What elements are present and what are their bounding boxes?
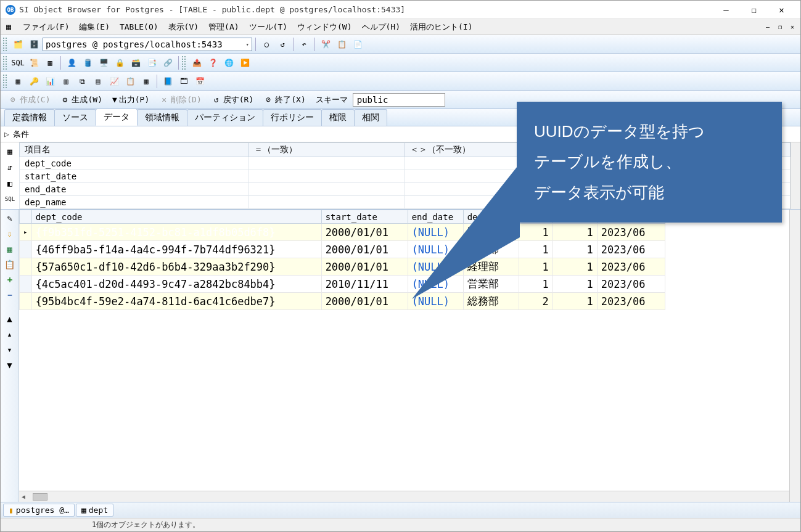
col-icon[interactable]: ▥ bbox=[59, 74, 73, 89]
key-icon[interactable]: 🔑 bbox=[27, 74, 41, 89]
toolbar-handle[interactable] bbox=[182, 56, 186, 70]
sort-icon[interactable]: ▤ bbox=[91, 74, 105, 89]
cell[interactable]: 2023/06 bbox=[597, 293, 665, 310]
grid-icon[interactable]: ▦ bbox=[43, 55, 57, 70]
undo-icon[interactable]: ↶ bbox=[297, 37, 311, 52]
minimize-button[interactable]: — bbox=[712, 1, 740, 18]
data-hscroll[interactable]: ◀ bbox=[19, 491, 789, 502]
menu-tool[interactable]: ツール(T) bbox=[244, 20, 292, 34]
tab-policy[interactable]: 行ポリシー bbox=[263, 109, 322, 126]
filter-col-name[interactable]: end_date bbox=[20, 183, 249, 196]
tab-partition[interactable]: パーティション bbox=[187, 109, 263, 126]
filter-header-eq[interactable]: ＝（一致） bbox=[249, 143, 405, 157]
filter-col-name[interactable]: dep_name bbox=[20, 196, 249, 209]
reload-icon[interactable]: ↺ bbox=[275, 37, 290, 52]
table-row[interactable]: {57a650c1-df10-42d6-b6b4-329aa3b2f290} 2… bbox=[20, 258, 665, 276]
cut-icon[interactable]: ✂️ bbox=[318, 37, 333, 52]
tab-relation[interactable]: 相関 bbox=[354, 109, 387, 126]
last-icon[interactable]: ▼ bbox=[2, 358, 17, 372]
connect-remove-icon[interactable]: 🗄️ bbox=[27, 37, 41, 52]
maximize-button[interactable]: ☐ bbox=[740, 1, 768, 18]
table-row[interactable]: {95b4bc4f-59e2-4a74-811d-6ac41c6edbe7} 2… bbox=[20, 293, 665, 310]
schema-field[interactable]: public bbox=[353, 93, 445, 107]
toolbar-handle[interactable] bbox=[3, 75, 7, 88]
menu-help[interactable]: ヘルプ(H) bbox=[357, 20, 405, 34]
tab-privilege[interactable]: 権限 bbox=[321, 109, 355, 126]
filter-col-name[interactable]: dept_code bbox=[20, 157, 249, 170]
script-icon[interactable]: 📜 bbox=[27, 55, 41, 70]
lock-icon[interactable]: 🔒 bbox=[112, 55, 127, 70]
close-button[interactable]: ✕ bbox=[768, 1, 795, 18]
calendar-icon[interactable]: 📅 bbox=[192, 74, 207, 89]
user-icon[interactable]: 👤 bbox=[64, 55, 79, 70]
cell[interactable]: 2000/01/01 bbox=[321, 293, 408, 310]
copy-rows-icon[interactable]: 📋 bbox=[2, 257, 17, 272]
table-row[interactable]: {46ff9ba5-f14a-4a4c-994f-7b744df96321} 2… bbox=[20, 241, 665, 258]
excel-icon[interactable]: ▦ bbox=[2, 242, 17, 256]
prev-icon[interactable]: ▴ bbox=[2, 327, 17, 342]
cell[interactable]: 1 bbox=[552, 276, 597, 293]
menu-window[interactable]: ウィンドウ(W) bbox=[292, 20, 356, 34]
sql-icon[interactable]: SQL bbox=[10, 55, 25, 70]
props-icon[interactable]: 🗔 bbox=[176, 74, 191, 89]
cell[interactable]: 2023/06 bbox=[597, 258, 665, 276]
toolbar-handle[interactable] bbox=[3, 38, 7, 51]
revert-button[interactable]: ↺戻す(R) bbox=[208, 93, 257, 107]
server-icon[interactable]: 🖥️ bbox=[96, 55, 111, 70]
tab-definition[interactable]: 定義情報 bbox=[4, 109, 55, 126]
help-icon[interactable]: ❓ bbox=[205, 55, 220, 70]
connect-add-icon[interactable]: 🗂️ bbox=[10, 37, 25, 52]
cell[interactable]: {f9b351fd-5251-4152-bc81-a1df8b05d6f8} bbox=[31, 224, 321, 241]
scroll-left-icon[interactable]: ◀ bbox=[22, 493, 25, 500]
filter-icon[interactable]: ⧉ bbox=[75, 74, 89, 89]
cell[interactable]: {57a650c1-df10-42d6-b6b4-329aa3b2f290} bbox=[31, 258, 321, 276]
delete-button[interactable]: ✕削除(D) bbox=[155, 93, 205, 107]
connection-combo[interactable]: postgres @ postgres/localhost:5433 ▾ bbox=[43, 38, 252, 51]
menu-hint[interactable]: 活用のヒント(I) bbox=[405, 20, 477, 34]
menu-manage[interactable]: 管理(A) bbox=[203, 20, 244, 34]
output-dropdown[interactable]: ▼ 出力(P) bbox=[109, 93, 153, 107]
filter-vscroll[interactable] bbox=[791, 142, 800, 209]
paste-icon[interactable]: 📄 bbox=[350, 37, 365, 52]
commit-icon[interactable]: ⇩ bbox=[2, 226, 17, 241]
table-row[interactable]: ▸ {f9b351fd-5251-4152-bc81-a1df8b05d6f8}… bbox=[20, 224, 665, 241]
cell[interactable]: 2000/01/01 bbox=[321, 258, 408, 276]
bottom-tab-connection[interactable]: ▮postgres @… bbox=[3, 504, 75, 517]
cell[interactable]: {4c5ac401-d20d-4493-9c47-a2842bc84bb4} bbox=[31, 276, 321, 293]
menu-view[interactable]: 表示(V) bbox=[163, 20, 203, 34]
next-icon[interactable]: ▾ bbox=[2, 342, 17, 357]
tab-region[interactable]: 領域情報 bbox=[137, 109, 187, 126]
menu-table[interactable]: TABLE(O) bbox=[115, 21, 163, 33]
data-vscroll[interactable] bbox=[789, 210, 800, 502]
cell[interactable]: 2000/01/01 bbox=[321, 224, 408, 241]
mdi-minimize-button[interactable]: — bbox=[762, 22, 773, 33]
cell[interactable]: 1 bbox=[552, 293, 597, 310]
create-button[interactable]: ⊘作成(C) bbox=[4, 93, 54, 107]
link-icon[interactable]: 🔗 bbox=[160, 55, 175, 70]
tablespace-icon[interactable]: 🗃️ bbox=[128, 55, 143, 70]
cell[interactable]: 1 bbox=[552, 258, 597, 276]
cell[interactable]: 1 bbox=[552, 224, 597, 241]
book-icon[interactable]: 📘 bbox=[160, 74, 175, 89]
toolbar-handle[interactable] bbox=[3, 56, 7, 70]
cell[interactable]: 2023/06 bbox=[597, 241, 665, 258]
run-icon[interactable]: ▶️ bbox=[237, 55, 252, 70]
edit-icon[interactable]: ✎ bbox=[2, 211, 17, 226]
compress-icon[interactable]: ⇵ bbox=[2, 160, 17, 174]
eraser-icon[interactable]: ◧ bbox=[2, 176, 17, 190]
data-grid[interactable]: dept_code start_date end_date dep_name l… bbox=[19, 210, 789, 491]
grid-icon[interactable]: ▦ bbox=[2, 144, 17, 158]
table-icon[interactable]: ▦ bbox=[139, 74, 154, 89]
add-row-icon[interactable]: ＋ bbox=[2, 272, 17, 287]
cell[interactable]: 2023/06 bbox=[597, 276, 665, 293]
delete-row-icon[interactable]: － bbox=[2, 288, 17, 303]
tab-source[interactable]: ソース bbox=[54, 109, 96, 126]
index-icon[interactable]: 📊 bbox=[43, 74, 57, 89]
menu-file[interactable]: ファイル(F) bbox=[18, 20, 74, 34]
col-header[interactable]: start_date bbox=[321, 210, 408, 224]
first-icon[interactable]: ▲ bbox=[2, 311, 17, 326]
tab-data[interactable]: データ bbox=[96, 108, 138, 126]
col-header[interactable]: dept_code bbox=[31, 210, 321, 224]
filter-col-name[interactable]: start_date bbox=[20, 170, 249, 183]
database-icon[interactable]: 🛢️ bbox=[80, 55, 95, 70]
